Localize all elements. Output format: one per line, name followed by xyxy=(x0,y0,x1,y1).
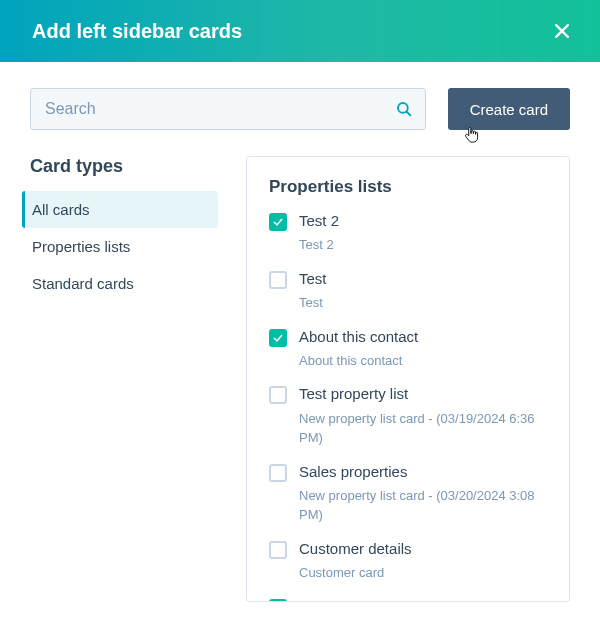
card-text: Customer detailsCustomer card xyxy=(299,539,547,583)
card-item: Customer detailsCustomer card xyxy=(269,539,547,583)
card-item: Test 2Test 2 xyxy=(269,211,547,255)
create-card-button[interactable]: Create card xyxy=(448,88,570,130)
card-checkbox[interactable] xyxy=(269,329,287,347)
cursor-hand-icon xyxy=(462,126,480,147)
card-title: Sales properties xyxy=(299,462,547,482)
dialog-title: Add left sidebar cards xyxy=(32,20,242,43)
card-checkbox[interactable] xyxy=(269,213,287,231)
card-title: Test 2 xyxy=(299,211,547,231)
card-item: Test property listNew property list card… xyxy=(269,384,547,447)
sidebar-item[interactable]: All cards xyxy=(22,191,218,228)
card-item: Sales propertiesNew property list card -… xyxy=(269,462,547,525)
card-subtitle: Test xyxy=(299,293,547,313)
card-subtitle: New property list card - (03/20/2024 3:0… xyxy=(299,486,547,525)
body-row: Card types All cardsProperties listsStan… xyxy=(0,156,600,602)
search-icon[interactable] xyxy=(394,99,414,119)
card-title: Test property list xyxy=(299,384,547,404)
sidebar-item[interactable]: Properties lists xyxy=(22,228,218,265)
card-text: About this contactAbout this contact xyxy=(299,327,547,371)
card-title: About this contact xyxy=(299,327,547,347)
sidebar-item[interactable]: Standard cards xyxy=(22,265,218,302)
sidebar-item-label: All cards xyxy=(32,201,90,218)
card-checkbox[interactable] xyxy=(269,599,287,603)
card-subtitle: Customer card xyxy=(299,563,547,583)
card-checkbox[interactable] xyxy=(269,464,287,482)
card-checkbox[interactable] xyxy=(269,386,287,404)
card-text: Test 2Test 2 xyxy=(299,211,547,255)
panel-heading: Properties lists xyxy=(269,177,547,197)
card-types-sidebar: Card types All cardsProperties listsStan… xyxy=(22,156,218,602)
card-checkbox[interactable] xyxy=(269,541,287,559)
card-text: Test sectionTest section xyxy=(299,597,547,603)
dialog-header: Add left sidebar cards xyxy=(0,0,600,62)
card-item: TestTest xyxy=(269,269,547,313)
sidebar-item-label: Properties lists xyxy=(32,238,130,255)
card-title: Customer details xyxy=(299,539,547,559)
card-title: Test xyxy=(299,269,547,289)
sidebar-item-label: Standard cards xyxy=(32,275,134,292)
properties-panel: Properties lists Test 2Test 2TestTestAbo… xyxy=(246,156,570,602)
create-card-label: Create card xyxy=(470,101,548,118)
svg-line-3 xyxy=(406,111,410,115)
card-item: Test sectionTest section xyxy=(269,597,547,603)
card-text: Test property listNew property list card… xyxy=(299,384,547,447)
card-subtitle: About this contact xyxy=(299,351,547,371)
card-item: About this contactAbout this contact xyxy=(269,327,547,371)
search-input[interactable] xyxy=(30,88,426,130)
sidebar-heading: Card types xyxy=(22,156,218,177)
card-text: TestTest xyxy=(299,269,547,313)
card-subtitle: Test 2 xyxy=(299,235,547,255)
close-icon[interactable] xyxy=(548,17,576,45)
card-title: Test section xyxy=(299,597,547,603)
card-text: Sales propertiesNew property list card -… xyxy=(299,462,547,525)
toolbar: Create card xyxy=(0,62,600,156)
search-wrap xyxy=(30,88,426,130)
card-checkbox[interactable] xyxy=(269,271,287,289)
card-subtitle: New property list card - (03/19/2024 6:3… xyxy=(299,409,547,448)
